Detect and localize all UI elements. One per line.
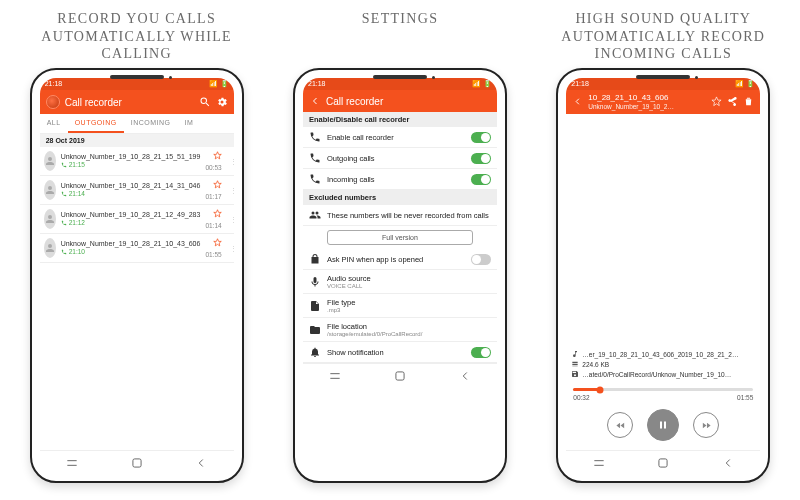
android-nav-bar	[566, 450, 760, 473]
tab-all[interactable]: ALL	[40, 114, 68, 133]
call-name: Unknow_Number_19_10_28_21_15_51_199	[61, 153, 201, 161]
tab-incoming[interactable]: INCOMING	[124, 114, 178, 133]
status-bar: 21:18 📶 🔋	[40, 78, 234, 90]
android-nav-bar	[303, 363, 497, 386]
svg-rect-2	[659, 459, 667, 467]
contacts-icon	[309, 209, 321, 221]
home-icon[interactable]	[656, 456, 670, 470]
outgoing-call-icon	[61, 162, 67, 168]
setting-show-notification[interactable]: Show notification	[303, 342, 497, 363]
play-duration: 01:55	[737, 394, 753, 401]
home-icon[interactable]	[393, 369, 407, 383]
folder-icon	[309, 324, 321, 336]
star-icon[interactable]	[213, 180, 222, 190]
setting-file-location[interactable]: File location/storage/emulated/0/ProCall…	[303, 318, 497, 342]
play-position: 00:32	[573, 394, 589, 401]
setting-incoming-calls[interactable]: Incoming calls	[303, 169, 497, 190]
app-title: Call recorder	[326, 96, 491, 107]
music-note-icon	[571, 350, 579, 358]
save-icon	[571, 370, 579, 378]
setting-ask-pin[interactable]: Ask PIN when app is opened	[303, 249, 497, 270]
section-header-recorder: Enable/Disable call recorder	[303, 112, 497, 127]
back-icon[interactable]	[194, 456, 208, 470]
outgoing-call-icon	[61, 191, 67, 197]
player-title: 10_28_21_10_43_606	[588, 94, 706, 103]
star-icon[interactable]	[213, 151, 222, 161]
list-item[interactable]: Unknow_Number_19_10_28_21_14_31_046 21:1…	[40, 176, 234, 205]
pause-button[interactable]	[647, 409, 679, 441]
setting-audio-source[interactable]: Audio sourceVOICE CALL	[303, 270, 497, 294]
avatar-icon	[44, 209, 56, 229]
list-item[interactable]: Unknow_Number_19_10_28_21_10_43_606 21:1…	[40, 234, 234, 263]
app-logo-icon	[46, 95, 60, 109]
phone-frame-1: 21:18 📶 🔋 Call recorder ALL OUTGOING INC…	[30, 68, 244, 483]
recents-icon[interactable]	[328, 369, 342, 383]
setting-enable-recorder[interactable]: Enable call recorder	[303, 127, 497, 148]
share-icon[interactable]	[727, 96, 738, 107]
search-icon[interactable]	[199, 96, 211, 108]
toggle-on[interactable]	[471, 347, 491, 358]
star-icon[interactable]	[711, 96, 722, 107]
call-duration: 00:53	[205, 164, 221, 171]
app-bar: Call recorder	[40, 90, 234, 114]
android-nav-bar	[40, 450, 234, 473]
delete-icon[interactable]	[743, 96, 754, 107]
toggle-off[interactable]	[471, 254, 491, 265]
phone-frame-3: 21:18📶 🔋 10_28_21_10_43_606 Unknow_Numbe…	[556, 68, 770, 483]
setting-file-type[interactable]: File type.mp3	[303, 294, 497, 318]
phone-icon	[309, 131, 321, 143]
more-icon[interactable]: ⋮	[230, 215, 234, 224]
toggle-on[interactable]	[471, 132, 491, 143]
star-icon[interactable]	[213, 209, 222, 219]
player-subtitle: Unknow_Number_19_10_2…	[588, 103, 706, 110]
avatar-icon	[44, 238, 56, 258]
caption-3: HIGH SOUND QUALITY AUTOMATICALLY RECORD …	[536, 10, 791, 68]
section-header-excluded: Excluded numbers	[303, 190, 497, 205]
status-time: 21:18	[45, 80, 63, 88]
toggle-on[interactable]	[471, 153, 491, 164]
setting-excluded-numbers[interactable]: These numbers will be never recorded fro…	[303, 205, 497, 226]
tab-outgoing[interactable]: OUTGOING	[68, 114, 124, 133]
star-icon[interactable]	[213, 238, 222, 248]
list-item[interactable]: Unknow_Number_19_10_28_21_15_51_199 21:1…	[40, 147, 234, 176]
back-icon[interactable]	[572, 96, 583, 107]
app-bar: Call recorder	[303, 90, 497, 112]
recents-icon[interactable]	[65, 456, 79, 470]
avatar-icon	[44, 180, 56, 200]
back-icon[interactable]	[721, 456, 735, 470]
tab-important[interactable]: IM	[178, 114, 201, 133]
back-icon[interactable]	[309, 95, 321, 107]
status-icons: 📶 🔋	[209, 80, 229, 88]
rewind-button[interactable]	[607, 412, 633, 438]
file-icon	[309, 300, 321, 312]
home-icon[interactable]	[130, 456, 144, 470]
phone-frame-2: 21:18📶 🔋 Call recorder Enable/Disable ca…	[293, 68, 507, 483]
date-header: 28 Oct 2019	[40, 134, 234, 147]
list-item[interactable]: Unknow_Number_19_10_28_21_12_49_283 21:1…	[40, 205, 234, 234]
seek-thumb[interactable]	[597, 386, 604, 393]
app-title: Call recorder	[65, 97, 194, 108]
svg-rect-0	[133, 459, 141, 467]
tab-bar: ALL OUTGOING INCOMING IM	[40, 114, 234, 134]
caption-2: SETTINGS	[362, 10, 439, 68]
back-icon[interactable]	[458, 369, 472, 383]
status-bar: 21:18📶 🔋	[566, 78, 760, 90]
outgoing-icon	[309, 152, 321, 164]
setting-outgoing-calls[interactable]: Outgoing calls	[303, 148, 497, 169]
full-version-button[interactable]: Full version	[327, 230, 473, 245]
more-icon[interactable]: ⋮	[230, 186, 234, 195]
more-icon[interactable]: ⋮	[230, 244, 234, 253]
toggle-on[interactable]	[471, 174, 491, 185]
svg-rect-1	[396, 372, 404, 380]
forward-button[interactable]	[693, 412, 719, 438]
status-bar: 21:18📶 🔋	[303, 78, 497, 90]
incoming-icon	[309, 173, 321, 185]
bell-icon	[309, 346, 321, 358]
recents-icon[interactable]	[592, 456, 606, 470]
seek-bar[interactable]	[573, 388, 753, 391]
storage-icon	[571, 360, 579, 368]
settings-icon[interactable]	[216, 96, 228, 108]
player-header: 10_28_21_10_43_606 Unknow_Number_19_10_2…	[566, 90, 760, 114]
more-icon[interactable]: ⋮	[230, 157, 234, 166]
outgoing-call-icon	[61, 220, 67, 226]
